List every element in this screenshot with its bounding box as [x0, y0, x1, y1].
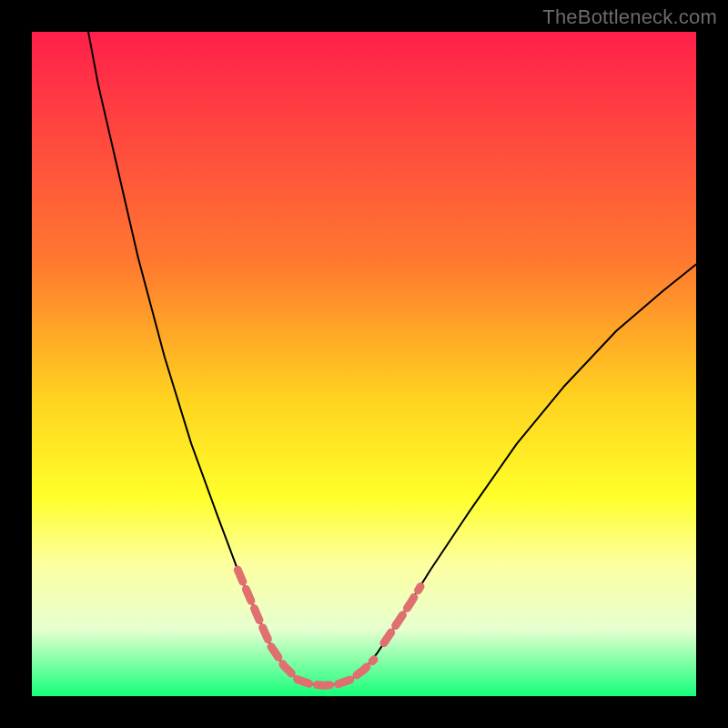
- watermark-label: TheBottleneck.com: [542, 5, 717, 29]
- gradient-background: [32, 32, 696, 696]
- chart-frame: TheBottleneck.com: [0, 0, 728, 728]
- plot-area: [32, 32, 696, 696]
- plot-svg: [32, 32, 696, 696]
